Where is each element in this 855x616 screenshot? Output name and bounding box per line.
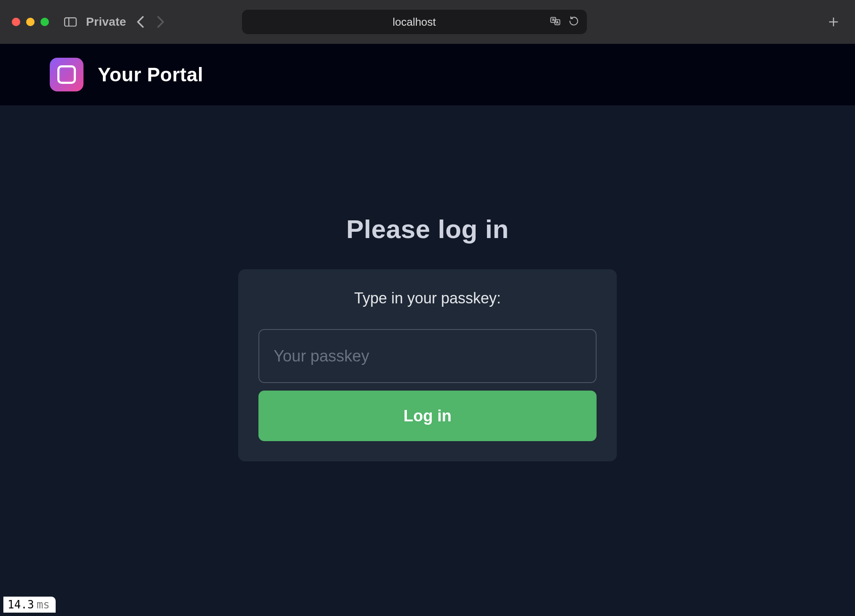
sidebar-toggle-icon[interactable]	[64, 17, 77, 27]
address-bar[interactable]: localhost	[242, 10, 587, 34]
window-minimize-button[interactable]	[26, 18, 35, 26]
main-content: Please log in Type in your passkey: Log …	[0, 105, 855, 616]
window-maximize-button[interactable]	[40, 18, 49, 26]
app-header: Your Portal	[0, 44, 855, 105]
timing-value: 14.3	[8, 598, 34, 611]
timing-unit: ms	[37, 598, 50, 611]
passkey-input[interactable]	[258, 329, 597, 383]
page-title: Please log in	[346, 214, 509, 244]
app-logo[interactable]	[50, 58, 83, 91]
login-prompt: Type in your passkey:	[258, 289, 597, 307]
address-bar-actions	[550, 10, 579, 34]
window-close-button[interactable]	[12, 18, 20, 26]
nav-forward-button[interactable]	[154, 16, 167, 28]
svg-rect-0	[65, 18, 76, 26]
window-controls	[12, 18, 49, 26]
browser-toolbar: Private localhost	[0, 0, 855, 44]
app-logo-icon	[57, 65, 76, 84]
private-mode-label: Private	[86, 15, 126, 29]
app-title: Your Portal	[98, 63, 203, 86]
login-button[interactable]: Log in	[258, 391, 597, 441]
reload-icon[interactable]	[568, 16, 579, 28]
translate-icon[interactable]	[550, 16, 561, 28]
new-tab-button[interactable]	[824, 12, 843, 32]
address-bar-text: localhost	[393, 16, 436, 29]
timing-badge: 14.3ms	[3, 597, 56, 613]
login-card: Type in your passkey: Log in	[238, 269, 617, 461]
nav-back-button[interactable]	[134, 16, 147, 28]
